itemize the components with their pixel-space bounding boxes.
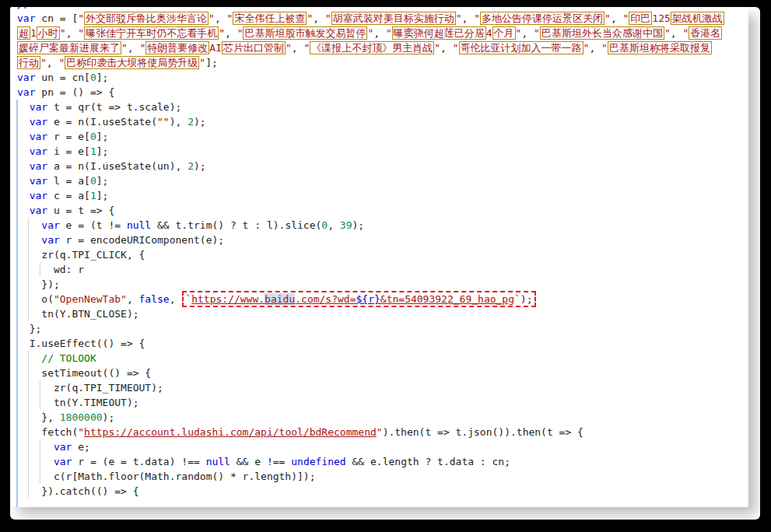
cjk-ocr-box: 媛碎尸案最新进展来了 — [17, 41, 121, 54]
token-keyword: null — [206, 456, 230, 467]
cjk-ocr-box: 巴基斯坦外长当众感谢中国 — [540, 26, 664, 40]
token-plain: r = encodeURIComponent(e); — [60, 234, 224, 246]
token-plain: , — [440, 42, 453, 54]
token-plain: t = qr(t => t.scale); — [47, 101, 181, 113]
token-number: 1800000 — [60, 411, 103, 423]
token-comment: // TOLOOK — [41, 352, 96, 364]
code-line: var c = a[1]; — [17, 188, 748, 203]
token-keyword: var — [17, 12, 35, 24]
token-string: 1 — [30, 27, 37, 39]
token-string: " — [325, 12, 331, 24]
token-plain: fetch( — [17, 426, 78, 438]
token-plain — [17, 441, 54, 453]
token-string: 4 — [486, 27, 492, 39]
token-plain: ]; — [96, 190, 109, 201]
token-string: " — [474, 12, 480, 24]
code-line: // TOLOOK — [17, 351, 748, 366]
token-string: ` — [514, 293, 520, 305]
token-number: 1 — [90, 190, 96, 201]
token-plain: , — [128, 42, 140, 54]
token-plain: zr(q.TPI_TIMEOUT); — [17, 382, 163, 394]
token-plain: , — [292, 42, 304, 54]
token-string: " — [286, 42, 292, 54]
token-plain: ]; — [96, 131, 109, 142]
code-line: I.useEffect(() => { — [17, 336, 748, 351]
code-line: var cn = ["外交部驳斥鲁比奥涉华言论", "宋全伟任上被查", "胡塞… — [17, 11, 748, 26]
cjk-ocr-box: 小时 — [37, 26, 60, 40]
token-string: " — [209, 12, 215, 24]
token-string: " — [199, 57, 205, 68]
token-string: " — [78, 27, 84, 39]
code-line: var l = a[0]; — [17, 173, 748, 188]
token-string: " — [219, 27, 225, 39]
token-plain — [17, 131, 30, 142]
token-keyword: var — [30, 160, 47, 172]
token-string: ` — [185, 293, 191, 305]
token-plain: , — [462, 12, 475, 24]
token-plain: ]; — [96, 72, 109, 83]
cjk-ocr-box: 外交部驳斥鲁比奥涉华言论 — [84, 12, 209, 25]
token-link-match[interactable]: baidu — [265, 293, 295, 305]
token-plain: , — [47, 57, 59, 68]
token-number: 0 — [90, 131, 96, 142]
cjk-ocr-box: 架战机激战 — [671, 12, 724, 25]
token-plain: cn = [ — [35, 12, 78, 24]
cjk-ocr-box: 宋全伟任上被查 — [233, 12, 307, 25]
token-string: " — [386, 27, 392, 39]
code-line: }).catch(() => { — [17, 484, 748, 499]
token-string: " — [377, 426, 383, 438]
annotation-redbox: `https://www.baidu.com/s?wd=${r}&tn=5409… — [182, 291, 535, 307]
token-plain: && e.length ? t.data : cn; — [346, 456, 510, 467]
code-line: c(r[Math.floor(Math.random() * r.length)… — [17, 469, 748, 484]
token-plain: c(r[Math.floor(Math.random() * r.length)… — [17, 471, 316, 482]
token-link[interactable]: https://account.ludashi.com/api/tool/bdR… — [84, 426, 377, 438]
token-plain: e; — [72, 441, 89, 453]
code-line: }); — [17, 277, 748, 292]
token-plain — [17, 190, 30, 201]
token-keyword: var — [30, 175, 47, 187]
code-line: var r = encodeURIComponent(e); — [17, 233, 748, 247]
token-keyword: var — [17, 72, 35, 83]
token-plain: pn = () => { — [35, 86, 114, 98]
token-keyword: var — [54, 441, 72, 453]
token-plain: , — [170, 293, 182, 305]
token-number: 1 — [90, 145, 96, 157]
token-plain: }).catch(() => { — [17, 485, 139, 497]
token-link[interactable]: .com/s?wd= — [295, 293, 356, 305]
code-line: var un = cn[0]; — [17, 70, 748, 85]
token-plain: a = n(I.useState(un), — [47, 160, 187, 172]
token-number: 2 — [187, 116, 194, 128]
token-number: 2 — [187, 160, 194, 172]
token-string: " — [78, 426, 84, 438]
code-line: var e = (t != null && t.trim() ? t : l).… — [17, 218, 748, 233]
token-keyword: var — [17, 86, 35, 98]
token-plain: ), — [170, 116, 187, 128]
cjk-ocr-box: 行动 — [17, 56, 40, 69]
token-plain: ); — [194, 116, 206, 128]
code-editor[interactable]: }; var cn = ["外交部驳斥鲁比奥涉华言论", "宋全伟任上被查", … — [10, 7, 748, 507]
token-plain: ).then(t => t.json()).then(t => { — [383, 426, 584, 438]
token-keyword: var — [30, 190, 47, 201]
token-interpolation[interactable]: ${r} — [356, 293, 380, 305]
code-line: 媛碎尸案最新进展来了", "特朗普要修改AI芯片出口管制", "《谍报上不封顶》… — [17, 40, 748, 55]
token-number: 0 — [90, 175, 96, 187]
token-link[interactable]: https://www. — [191, 293, 265, 305]
token-number: 0 — [90, 72, 96, 83]
code-line: o("OpenNewTab", false, `https://www.baid… — [17, 292, 748, 306]
code-line: fetch("https://account.ludashi.com/api/t… — [17, 425, 748, 439]
cjk-ocr-box: 超 — [17, 26, 30, 40]
token-number: 0 — [321, 219, 328, 231]
token-string: 125 — [652, 12, 670, 24]
token-plain: }; — [17, 323, 41, 334]
token-plain: r = (e = t.data) !== — [72, 456, 205, 467]
token-plain: ]; — [96, 145, 109, 157]
token-number: 39 — [340, 219, 352, 231]
token-plain — [17, 219, 41, 231]
code-line: var t = qr(t => t.scale); — [17, 100, 748, 114]
token-plain: tn(Y.BTN_CLOSE); — [17, 308, 139, 320]
token-plain — [17, 145, 30, 157]
token-link[interactable]: &tn=54093922_69_hao_pg — [380, 293, 514, 305]
token-plain — [17, 234, 41, 246]
token-plain: un = cn[ — [35, 72, 89, 83]
token-string: " — [121, 42, 128, 54]
